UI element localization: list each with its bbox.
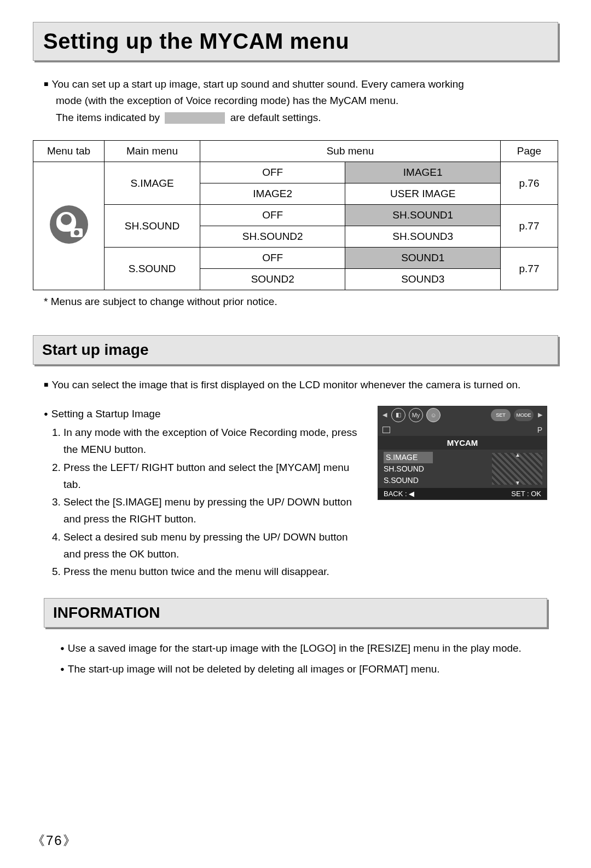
section-startup-image-title: Start up image bbox=[42, 341, 549, 359]
default-indicator-box bbox=[165, 112, 225, 124]
lcd-mode-pill: MODE bbox=[514, 409, 534, 421]
intro-paragraph: You can set up a start up image, start u… bbox=[44, 76, 547, 126]
th-menutab: Menu tab bbox=[33, 141, 105, 162]
step-3: Select the [S.IMAGE] menu by pressing th… bbox=[63, 494, 364, 528]
mycam-menu-table: Menu tab Main menu Sub menu Page S.IMAGE… bbox=[33, 140, 558, 290]
bullet-square-icon bbox=[44, 78, 51, 90]
lcd-item: S.SOUND bbox=[384, 476, 419, 485]
information-list: Use a saved image for the start-up image… bbox=[60, 640, 536, 677]
page-number: 《76》 bbox=[32, 832, 77, 849]
cell: USER IMAGE bbox=[345, 183, 501, 205]
th-mainmenu: Main menu bbox=[105, 141, 200, 162]
intro-line2: mode (with the exception of Voice record… bbox=[56, 93, 398, 109]
page-title-bar: Setting up the MYCAM menu bbox=[33, 22, 558, 61]
cell: SH.SOUND3 bbox=[345, 226, 501, 248]
intro-line1: You can set up a start up image, start u… bbox=[51, 78, 463, 90]
page-simage: p.76 bbox=[501, 162, 558, 205]
arrow-left-icon: ◀ bbox=[381, 411, 388, 418]
cell: OFF bbox=[200, 162, 345, 183]
page-title: Setting up the MYCAM menu bbox=[43, 29, 548, 54]
section2-intro: You can select the image that is first d… bbox=[44, 377, 547, 393]
information-bar: INFORMATION bbox=[44, 598, 547, 628]
lcd-set-pill: SET bbox=[491, 409, 511, 421]
page-ssound: p.77 bbox=[501, 248, 558, 290]
cell-default: IMAGE1 bbox=[345, 162, 501, 183]
bullet-round-icon bbox=[60, 642, 68, 654]
info-item-2: The start-up image will not be deleted b… bbox=[68, 663, 440, 675]
lcd-setok-label: SET : OK bbox=[511, 490, 541, 498]
main-ssound: S.SOUND bbox=[105, 248, 200, 290]
cell: OFF bbox=[200, 248, 345, 269]
cell: SH.SOUND2 bbox=[200, 226, 345, 248]
arrow-right-icon: ▶ bbox=[537, 411, 543, 418]
lcd-small-square-icon bbox=[383, 427, 390, 433]
section-startup-image-bar: Start up image bbox=[33, 335, 558, 365]
step-1: In any mode with the exception of Voice … bbox=[63, 424, 364, 458]
intro-line3a: The items indicated by bbox=[56, 112, 160, 123]
th-page: Page bbox=[501, 141, 558, 162]
lcd-back-label: BACK : ◀ bbox=[384, 490, 414, 498]
cell: OFF bbox=[200, 205, 345, 226]
lcd-mode-p: P bbox=[537, 426, 542, 434]
lcd-icon-1: ◧ bbox=[391, 408, 405, 422]
cell-default: SOUND1 bbox=[345, 248, 501, 269]
cell-default: SH.SOUND1 bbox=[345, 205, 501, 226]
arrow-up-icon: ▲ bbox=[515, 452, 520, 458]
lcd-icon-my: My bbox=[409, 408, 423, 422]
lcd-item: SH.SOUND bbox=[384, 464, 424, 473]
info-item-1: Use a saved image for the start-up image… bbox=[68, 642, 522, 654]
intro-line3b: are default settings. bbox=[230, 112, 321, 123]
menutab-cell bbox=[33, 162, 105, 290]
cell: SOUND2 bbox=[200, 269, 345, 290]
mycam-tab-icon bbox=[50, 205, 88, 244]
bullet-round-icon bbox=[44, 408, 51, 419]
bullet-square-icon bbox=[44, 379, 51, 390]
table-footnote: * Menus are subject to change without pr… bbox=[44, 296, 547, 308]
arrow-down-icon: ▼ bbox=[515, 480, 520, 486]
lcd-item-selected: S.IMAGE bbox=[384, 452, 433, 463]
lcd-thumbnail: ▲ ▼ bbox=[492, 453, 542, 485]
steps-heading: Setting a Startup Image bbox=[51, 408, 161, 419]
step-4: Select a desired sub menu by pressing th… bbox=[63, 529, 364, 563]
main-shsound: SH.SOUND bbox=[105, 205, 200, 248]
step-5: Press the menu button twice and the menu… bbox=[63, 564, 364, 580]
lcd-illustration: ◀ ◧ My ☺ SET MODE ▶ P MYCAM S.IMAGE SH.S… bbox=[378, 406, 547, 500]
cell: SOUND3 bbox=[345, 269, 501, 290]
main-simage: S.IMAGE bbox=[105, 162, 200, 205]
step-2: Press the LEFT/ RIGHT button and select … bbox=[63, 459, 364, 493]
lcd-icon-mycam: ☺ bbox=[426, 408, 441, 422]
information-title: INFORMATION bbox=[53, 604, 538, 622]
page-shsound: p.77 bbox=[501, 205, 558, 248]
steps-block: Setting a Startup Image In any mode with… bbox=[44, 406, 364, 582]
lcd-menu-list: S.IMAGE SH.SOUND S.SOUND bbox=[378, 450, 492, 488]
lcd-title: MYCAM bbox=[378, 436, 547, 450]
cell: IMAGE2 bbox=[200, 183, 345, 205]
th-submenu: Sub menu bbox=[200, 141, 501, 162]
bullet-round-icon bbox=[60, 663, 68, 675]
